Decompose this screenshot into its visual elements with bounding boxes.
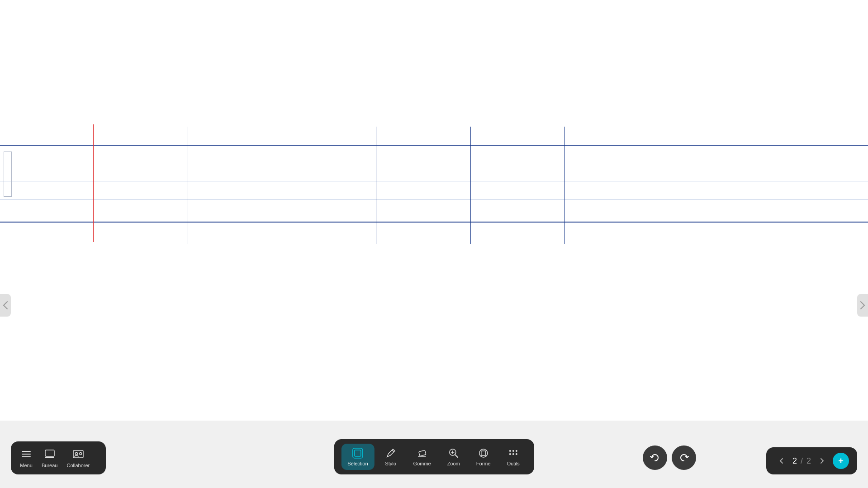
redo-button[interactable] — [672, 445, 696, 470]
v-line-2 — [282, 127, 282, 244]
page-separator: / — [801, 456, 803, 466]
gomme-tool[interactable]: Gomme — [407, 444, 437, 470]
outils-tool[interactable]: Outils — [500, 444, 527, 470]
h-line-bottom — [0, 222, 868, 223]
bureau-button[interactable]: Bureau — [42, 448, 57, 468]
red-vertical-line — [93, 124, 94, 242]
toolbar-center: Sélection Stylo Gomme Zoom Forme — [334, 439, 534, 474]
side-arrow-left[interactable] — [0, 294, 11, 317]
side-arrow-right[interactable] — [857, 294, 868, 317]
svg-point-17 — [509, 453, 511, 455]
h-line-ruled-3 — [0, 199, 868, 199]
selection-tool[interactable]: Sélection — [341, 444, 374, 470]
svg-point-7 — [79, 453, 81, 455]
h-line-top — [0, 145, 868, 146]
prev-page-button[interactable] — [774, 454, 789, 468]
zoom-label: Zoom — [447, 461, 460, 466]
add-page-button[interactable]: + — [833, 453, 849, 469]
svg-point-15 — [512, 450, 514, 452]
svg-point-6 — [75, 453, 77, 455]
selection-label: Sélection — [347, 461, 368, 466]
stylo-tool[interactable]: Stylo — [377, 444, 404, 470]
zoom-tool[interactable]: Zoom — [440, 444, 467, 470]
canvas-area[interactable] — [0, 0, 868, 421]
v-line-1 — [188, 127, 188, 244]
menu-label: Menu — [20, 463, 33, 468]
h-line-ruled-2 — [0, 181, 868, 181]
add-page-icon: + — [838, 456, 844, 466]
svg-point-14 — [509, 450, 511, 452]
svg-rect-0 — [22, 451, 31, 452]
svg-rect-13 — [481, 451, 486, 455]
v-line-5 — [564, 127, 565, 244]
svg-rect-9 — [355, 450, 361, 456]
forme-label: Forme — [476, 461, 491, 466]
stylo-label: Stylo — [385, 461, 396, 466]
v-line-3 — [376, 127, 376, 244]
undo-redo-group — [643, 445, 696, 470]
svg-point-16 — [516, 450, 517, 452]
toolbar-left: Menu Bureau Collaborer — [11, 441, 106, 474]
margin-rect — [4, 152, 12, 197]
svg-rect-3 — [45, 450, 54, 456]
svg-point-18 — [512, 453, 514, 455]
page-navigation: 2 / 2 + — [766, 447, 857, 474]
h-line-ruled-1 — [0, 163, 868, 163]
next-page-button[interactable] — [815, 454, 829, 468]
svg-point-12 — [479, 449, 488, 457]
svg-point-19 — [516, 453, 517, 455]
bureau-label: Bureau — [42, 463, 57, 468]
svg-rect-2 — [22, 456, 31, 457]
current-page: 2 — [792, 456, 797, 466]
svg-rect-4 — [45, 457, 54, 458]
undo-button[interactable] — [643, 445, 667, 470]
svg-rect-1 — [22, 454, 31, 455]
collaborer-button[interactable]: Collaborer — [66, 448, 90, 468]
outils-label: Outils — [507, 461, 520, 466]
menu-button[interactable]: Menu — [20, 448, 33, 468]
gomme-label: Gomme — [413, 461, 431, 466]
forme-tool[interactable]: Forme — [470, 444, 497, 470]
v-line-4 — [470, 127, 471, 244]
svg-rect-10 — [419, 450, 426, 456]
grid-container — [0, 127, 868, 249]
total-pages: 2 — [806, 456, 811, 466]
collaborer-label: Collaborer — [66, 463, 90, 468]
